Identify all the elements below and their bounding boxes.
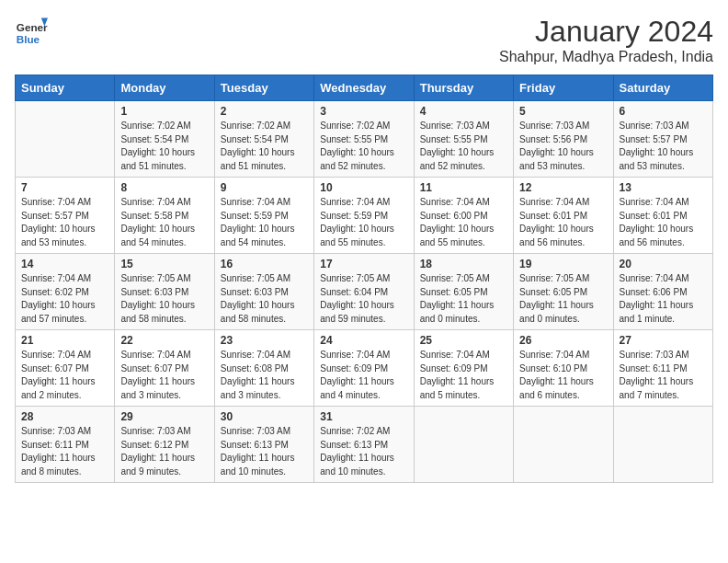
calendar-cell [16,101,115,178]
day-info: Sunrise: 7:02 AM Sunset: 5:54 PM Dayligh… [120,120,208,173]
day-info: Sunrise: 7:04 AM Sunset: 5:59 PM Dayligh… [221,196,308,249]
weekday-header: Saturday [613,75,712,101]
calendar-week-row: 14Sunrise: 7:04 AM Sunset: 6:02 PM Dayli… [16,254,713,330]
calendar-cell: 16Sunrise: 7:05 AM Sunset: 6:03 PM Dayli… [214,254,313,330]
day-info: Sunrise: 7:02 AM Sunset: 5:54 PM Dayligh… [221,120,308,173]
day-info: Sunrise: 7:05 AM Sunset: 6:03 PM Dayligh… [221,272,308,326]
calendar-cell: 17Sunrise: 7:05 AM Sunset: 6:04 PM Dayli… [314,254,414,330]
calendar-table: SundayMondayTuesdayWednesdayThursdayFrid… [15,75,713,483]
weekday-header-row: SundayMondayTuesdayWednesdayThursdayFrid… [16,75,713,101]
day-number: 10 [320,181,407,194]
day-info: Sunrise: 7:05 AM Sunset: 6:05 PM Dayligh… [519,272,607,326]
weekday-header: Friday [514,75,613,101]
calendar-cell: 20Sunrise: 7:04 AM Sunset: 6:06 PM Dayli… [613,254,712,330]
day-info: Sunrise: 7:05 AM Sunset: 6:05 PM Dayligh… [420,272,507,326]
day-number: 28 [21,410,108,423]
day-number: 22 [120,334,208,347]
day-number: 18 [420,258,507,270]
calendar-cell: 5Sunrise: 7:03 AM Sunset: 5:56 PM Daylig… [514,101,613,178]
logo: General Blue [15,15,48,48]
day-info: Sunrise: 7:04 AM Sunset: 6:06 PM Dayligh… [620,272,707,326]
calendar-cell: 12Sunrise: 7:04 AM Sunset: 6:01 PM Dayli… [514,178,613,254]
calendar-cell: 30Sunrise: 7:03 AM Sunset: 6:13 PM Dayli… [214,407,313,483]
calendar-cell: 9Sunrise: 7:04 AM Sunset: 5:59 PM Daylig… [214,178,313,254]
day-number: 9 [221,181,308,194]
calendar-cell: 13Sunrise: 7:04 AM Sunset: 6:01 PM Dayli… [613,178,712,254]
calendar-cell: 21Sunrise: 7:04 AM Sunset: 6:07 PM Dayli… [16,330,115,407]
weekday-header: Tuesday [214,75,313,101]
day-info: Sunrise: 7:04 AM Sunset: 5:58 PM Dayligh… [120,196,208,249]
day-info: Sunrise: 7:04 AM Sunset: 5:59 PM Dayligh… [320,196,407,249]
page-header: General Blue January 2024 Shahpur, Madhy… [15,15,713,65]
day-number: 29 [120,410,208,423]
day-number: 25 [420,334,507,347]
day-number: 11 [420,181,507,194]
logo-icon: General Blue [15,15,48,48]
day-number: 6 [620,105,707,118]
calendar-cell: 14Sunrise: 7:04 AM Sunset: 6:02 PM Dayli… [16,254,115,330]
weekday-header: Wednesday [314,75,414,101]
day-info: Sunrise: 7:03 AM Sunset: 5:55 PM Dayligh… [420,120,507,173]
calendar-week-row: 1Sunrise: 7:02 AM Sunset: 5:54 PM Daylig… [16,101,713,178]
day-info: Sunrise: 7:04 AM Sunset: 6:07 PM Dayligh… [120,349,208,402]
calendar-week-row: 21Sunrise: 7:04 AM Sunset: 6:07 PM Dayli… [16,330,713,407]
day-number: 14 [21,258,108,270]
calendar-cell: 27Sunrise: 7:03 AM Sunset: 6:11 PM Dayli… [613,330,712,407]
calendar-cell: 2Sunrise: 7:02 AM Sunset: 5:54 PM Daylig… [214,101,313,178]
day-info: Sunrise: 7:05 AM Sunset: 6:04 PM Dayligh… [320,272,407,326]
calendar-cell: 1Sunrise: 7:02 AM Sunset: 5:54 PM Daylig… [115,101,214,178]
day-number: 19 [519,258,607,270]
day-number: 23 [221,334,308,347]
svg-text:Blue: Blue [17,33,40,45]
day-info: Sunrise: 7:03 AM Sunset: 6:13 PM Dayligh… [221,425,308,478]
day-number: 3 [320,105,407,118]
calendar-cell: 10Sunrise: 7:04 AM Sunset: 5:59 PM Dayli… [314,178,414,254]
day-number: 1 [120,105,208,118]
calendar-cell: 22Sunrise: 7:04 AM Sunset: 6:07 PM Dayli… [115,330,214,407]
day-number: 21 [21,334,108,347]
calendar-cell: 29Sunrise: 7:03 AM Sunset: 6:12 PM Dayli… [115,407,214,483]
calendar-cell: 24Sunrise: 7:04 AM Sunset: 6:09 PM Dayli… [314,330,414,407]
day-info: Sunrise: 7:04 AM Sunset: 6:09 PM Dayligh… [320,349,407,402]
day-info: Sunrise: 7:04 AM Sunset: 6:10 PM Dayligh… [519,349,607,402]
weekday-header: Monday [115,75,214,101]
calendar-cell: 11Sunrise: 7:04 AM Sunset: 6:00 PM Dayli… [414,178,513,254]
day-info: Sunrise: 7:02 AM Sunset: 5:55 PM Dayligh… [320,120,407,173]
day-number: 30 [221,410,308,423]
calendar-cell: 3Sunrise: 7:02 AM Sunset: 5:55 PM Daylig… [314,101,414,178]
calendar-cell: 23Sunrise: 7:04 AM Sunset: 6:08 PM Dayli… [214,330,313,407]
day-number: 8 [120,181,208,194]
day-info: Sunrise: 7:05 AM Sunset: 6:03 PM Dayligh… [120,272,208,326]
day-number: 15 [120,258,208,270]
day-info: Sunrise: 7:04 AM Sunset: 6:01 PM Dayligh… [620,196,707,249]
day-number: 5 [519,105,607,118]
weekday-header: Sunday [16,75,115,101]
day-number: 16 [221,258,308,270]
calendar-cell: 25Sunrise: 7:04 AM Sunset: 6:09 PM Dayli… [414,330,513,407]
day-info: Sunrise: 7:04 AM Sunset: 6:02 PM Dayligh… [21,272,108,326]
day-number: 27 [620,334,707,347]
day-number: 20 [620,258,707,270]
calendar-cell: 7Sunrise: 7:04 AM Sunset: 5:57 PM Daylig… [16,178,115,254]
calendar-cell: 4Sunrise: 7:03 AM Sunset: 5:55 PM Daylig… [414,101,513,178]
day-info: Sunrise: 7:03 AM Sunset: 6:11 PM Dayligh… [21,425,108,478]
day-info: Sunrise: 7:04 AM Sunset: 5:57 PM Dayligh… [21,196,108,249]
day-info: Sunrise: 7:04 AM Sunset: 6:08 PM Dayligh… [221,349,308,402]
calendar-cell: 6Sunrise: 7:03 AM Sunset: 5:57 PM Daylig… [613,101,712,178]
day-number: 7 [21,181,108,194]
day-info: Sunrise: 7:03 AM Sunset: 5:56 PM Dayligh… [519,120,607,173]
day-number: 12 [519,181,607,194]
calendar-week-row: 28Sunrise: 7:03 AM Sunset: 6:11 PM Dayli… [16,407,713,483]
calendar-cell: 31Sunrise: 7:02 AM Sunset: 6:13 PM Dayli… [314,407,414,483]
day-number: 17 [320,258,407,270]
calendar-cell: 28Sunrise: 7:03 AM Sunset: 6:11 PM Dayli… [16,407,115,483]
weekday-header: Thursday [414,75,513,101]
calendar-subtitle: Shahpur, Madhya Pradesh, India [499,49,713,65]
calendar-cell: 19Sunrise: 7:05 AM Sunset: 6:05 PM Dayli… [514,254,613,330]
calendar-cell [514,407,613,483]
day-info: Sunrise: 7:04 AM Sunset: 6:00 PM Dayligh… [420,196,507,249]
day-number: 4 [420,105,507,118]
svg-text:General: General [17,21,48,33]
day-number: 13 [620,181,707,194]
day-info: Sunrise: 7:04 AM Sunset: 6:07 PM Dayligh… [21,349,108,402]
